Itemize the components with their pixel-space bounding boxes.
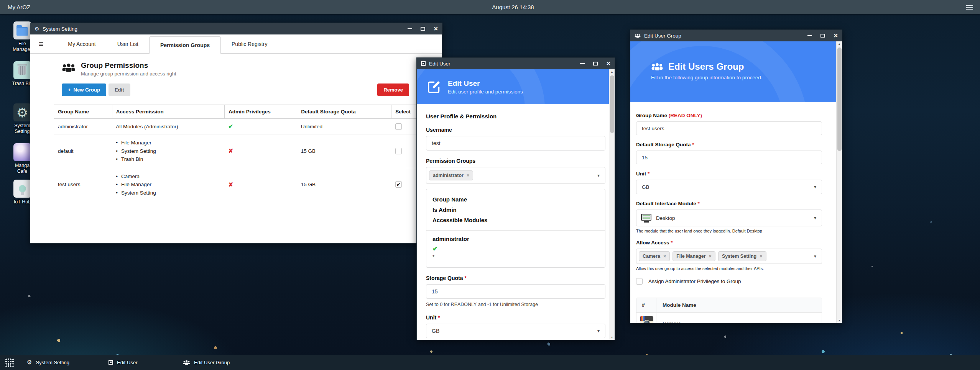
username-label: Username bbox=[426, 127, 605, 133]
permission-groups-multiselect[interactable]: administrator× ▾ bbox=[426, 167, 605, 184]
app-launcher-grid-icon[interactable] bbox=[5, 358, 14, 367]
row-select-checkbox[interactable] bbox=[395, 148, 402, 154]
assign-admin-label: Assign Administrator Privileges to Group bbox=[648, 278, 741, 284]
close-icon[interactable]: × bbox=[434, 25, 438, 32]
edit-user-titlebar[interactable]: Edit User × bbox=[417, 58, 615, 69]
minimize-icon[interactable] bbox=[580, 63, 585, 64]
new-group-button[interactable]: + New Group bbox=[62, 83, 106, 96]
close-icon[interactable]: × bbox=[606, 60, 610, 67]
edit-user-window: Edit User × ▲ ▼ Edit User Edit user prof… bbox=[416, 57, 615, 340]
chevron-down-icon: ▾ bbox=[597, 328, 600, 334]
row-select-checkbox[interactable]: ✔ bbox=[395, 181, 402, 188]
scroll-up-icon[interactable]: ▲ bbox=[609, 70, 615, 73]
assign-admin-checkbox[interactable] bbox=[636, 278, 643, 285]
gear-icon: ⚙ bbox=[27, 359, 32, 366]
camera-module-icon bbox=[640, 316, 653, 323]
users-icon bbox=[635, 34, 641, 38]
admin-check-icon: ✔ bbox=[229, 123, 233, 129]
storage-quota-label: Storage Quota * bbox=[426, 275, 605, 281]
module-chip[interactable]: File Manager× bbox=[673, 251, 715, 261]
tab-public-registry[interactable]: Public Registry bbox=[221, 34, 278, 53]
scroll-down-icon[interactable]: ▼ bbox=[609, 336, 615, 339]
group-name-cell: test users bbox=[54, 168, 112, 201]
taskbar-item-system-setting[interactable]: ⚙ System Setting bbox=[27, 355, 69, 370]
quota-cell: 15 GB bbox=[297, 134, 391, 168]
group-chip[interactable]: administrator× bbox=[429, 170, 473, 180]
module-chip[interactable]: Camera× bbox=[639, 251, 670, 261]
users-group-icon bbox=[62, 63, 76, 73]
edit-user-app-icon bbox=[421, 61, 426, 66]
vertical-scrollbar[interactable]: ▲ ▼ bbox=[836, 41, 842, 323]
group-name-cell: default bbox=[54, 134, 112, 168]
remove-group-button[interactable]: Remove bbox=[377, 83, 409, 96]
default-interface-module-select[interactable]: Desktop ▾ bbox=[636, 210, 822, 226]
default-storage-quota-field[interactable]: 15 bbox=[636, 151, 822, 164]
quota-cell: 15 GB bbox=[297, 168, 391, 201]
edit-user-app-icon bbox=[109, 360, 113, 365]
remove-chip-icon[interactable]: × bbox=[709, 254, 712, 259]
maximize-icon[interactable] bbox=[421, 27, 425, 31]
group-info-box: Group Name Is Admin Accessible Modules a… bbox=[426, 189, 605, 268]
window-title: Edit User Group bbox=[644, 33, 681, 39]
folder-icon bbox=[13, 21, 31, 39]
unit-select[interactable]: GB ▾ bbox=[426, 324, 605, 338]
scrollbar-thumb[interactable] bbox=[610, 75, 614, 133]
admin-cross-icon: ✘ bbox=[229, 147, 233, 154]
chevron-down-icon: ▾ bbox=[814, 184, 816, 190]
tab-user-list[interactable]: User List bbox=[107, 34, 149, 53]
divider bbox=[636, 292, 822, 292]
scroll-up-icon[interactable]: ▲ bbox=[837, 43, 842, 45]
trash-icon bbox=[13, 61, 31, 79]
access-permission-cell: •Camera •File Manager •System Setting bbox=[112, 168, 224, 201]
unit-select[interactable]: GB ▾ bbox=[636, 180, 822, 194]
permission-groups-panel: Group Permissions Manage group permissio… bbox=[30, 54, 442, 201]
edit-group-button[interactable]: Edit bbox=[109, 83, 130, 96]
accessible-modules-value: * bbox=[432, 254, 599, 260]
edit-user-group-header: Edit Users Group Fill in the following g… bbox=[630, 41, 836, 102]
storage-quota-field[interactable]: 15 bbox=[426, 284, 605, 299]
system-setting-window: ⚙ System Setting × ≡ My Account User Lis… bbox=[30, 23, 442, 244]
table-row: administrator All Modules (Administrator… bbox=[54, 119, 417, 134]
row-select-checkbox[interactable] bbox=[395, 123, 402, 130]
vertical-scrollbar[interactable]: ▲ ▼ bbox=[609, 69, 615, 340]
module-table-header: # Module Name bbox=[636, 298, 822, 313]
taskbar-item-edit-user-group[interactable]: Edit User Group bbox=[183, 355, 230, 370]
default-interface-module-label: Default Interface Module * bbox=[636, 201, 822, 206]
minimize-icon[interactable] bbox=[807, 35, 812, 36]
taskbar-item-edit-user[interactable]: Edit User bbox=[109, 355, 137, 370]
tab-permission-groups[interactable]: Permission Groups bbox=[149, 36, 221, 54]
remove-chip-icon[interactable]: × bbox=[760, 254, 762, 259]
module-row: Camera bbox=[636, 313, 822, 323]
remove-chip-icon[interactable]: × bbox=[663, 254, 666, 259]
system-setting-titlebar[interactable]: ⚙ System Setting × bbox=[30, 23, 442, 34]
module-chip[interactable]: System Setting× bbox=[718, 251, 766, 261]
scroll-down-icon[interactable]: ▼ bbox=[837, 319, 842, 322]
default-storage-quota-label: Default Storage Quota * bbox=[636, 142, 822, 147]
top-menu-icon[interactable] bbox=[966, 5, 973, 10]
window-title: System Setting bbox=[43, 26, 77, 32]
aroz-brand: My ArOZ bbox=[8, 4, 30, 10]
form-section-title: User Profile & Permission bbox=[426, 113, 605, 120]
group-name-field[interactable]: test users bbox=[636, 121, 822, 135]
group-name-cell: administrator bbox=[54, 119, 112, 134]
gear-icon: ⚙ bbox=[13, 103, 31, 121]
close-icon[interactable]: × bbox=[834, 32, 838, 39]
users-icon bbox=[183, 360, 190, 365]
access-permission-cell: •File Manager •System Setting •Trash Bin bbox=[112, 134, 224, 168]
edit-user-group-titlebar[interactable]: Edit User Group × bbox=[630, 30, 842, 41]
bulb-icon bbox=[13, 180, 31, 198]
minimize-icon[interactable] bbox=[408, 28, 412, 29]
maximize-icon[interactable] bbox=[593, 62, 598, 65]
edit-pencil-icon bbox=[427, 80, 441, 94]
allow-access-multiselect[interactable]: Camera× File Manager× System Setting× ▾ bbox=[636, 249, 822, 264]
tab-my-account[interactable]: My Account bbox=[57, 34, 106, 53]
quota-cell: Unlimited bbox=[297, 119, 391, 134]
scrollbar-thumb[interactable] bbox=[837, 47, 842, 151]
clock: August 26 14:38 bbox=[492, 4, 534, 10]
maximize-icon[interactable] bbox=[821, 34, 825, 38]
chevron-down-icon: ▾ bbox=[597, 173, 600, 178]
remove-chip-icon[interactable]: × bbox=[467, 173, 469, 178]
hamburger-icon[interactable]: ≡ bbox=[39, 39, 43, 49]
username-field[interactable]: test bbox=[426, 136, 605, 151]
admin-cross-icon: ✘ bbox=[229, 181, 233, 188]
